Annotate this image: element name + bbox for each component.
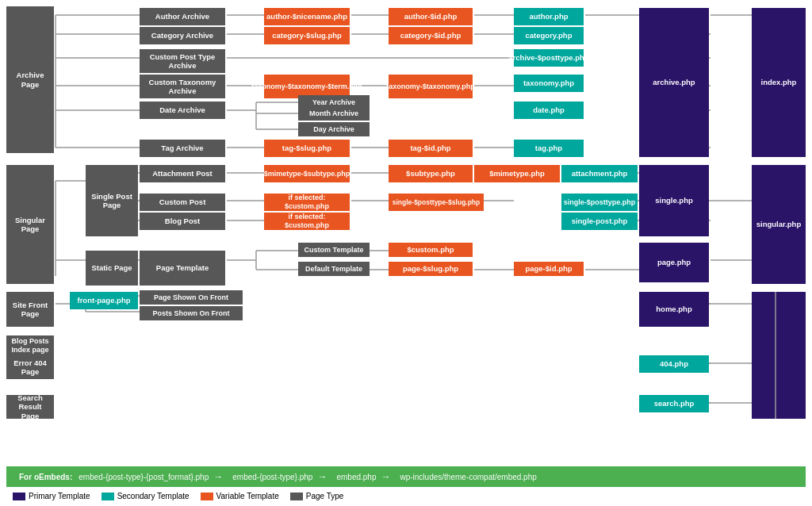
front-page-php: front-page.php [70,292,138,309]
page-id: page-$id.php [514,262,584,276]
page-php: page.php [639,243,709,282]
author-php: author.php [514,8,584,25]
index-php: index.php [752,8,806,157]
legend-secondary-label: Secondary Template [117,492,190,500]
tag-id: tag-$id.php [389,140,473,157]
legend-page-type: Page Type [290,492,344,500]
archive-page-label: Archive Page [6,6,54,153]
if-selected-custom1: if selected: $custom.php [264,194,350,211]
legend-primary-label: Primary Template [29,492,90,500]
legend-variable-box [201,493,213,500]
index-php-right [752,292,806,419]
default-template: Default Template [298,262,370,276]
legend: Primary Template Secondary Template Vari… [6,487,806,505]
singular-page-label: Singular Page [6,165,54,284]
main-container: Archive Page Author Archive author-$nice… [0,0,812,506]
posts-shown-on-front: Posts Shown On Front [140,306,243,320]
date-php: date.php [514,102,584,119]
embed-arrow-2: → [317,471,327,482]
day-archive: Day Archive [298,122,370,136]
embed-item-1: embed-{post-type}.php [232,473,312,481]
custom-php: $custom.php [389,243,473,257]
tag-archive: Tag Archive [140,140,225,157]
legend-primary-box [13,493,25,500]
legend-page-type-label: Page Type [306,492,344,500]
mimetype-subtype: $mimetype-$subtype.php [264,165,350,182]
search-result-page: Search Result Page [6,395,54,419]
single-post-php: single-post.php [561,213,638,230]
custom-taxonomy-archive: Custom Taxonomy Archive [140,75,225,98]
author-nicename: author-$nicename.php [264,8,350,25]
attachment-php: attachment.php [561,165,638,182]
embed-label: For oEmbeds: [19,473,72,481]
custom-post-type-archive: Custom Post Type Archive [140,49,225,73]
author-archive: Author Archive [140,8,225,25]
date-archive: Date Archive [140,102,225,119]
author-id: author-$id.php [389,8,473,25]
taxonomy-taxonomy: taxonomy-$taxonomy.php [389,75,473,98]
page-slug: page-$slug.php [389,262,473,276]
taxonomy-php: taxonomy.php [514,75,584,92]
blog-posts-index: Blog Posts Index page [6,335,54,356]
category-php: category.php [514,27,584,44]
legend-variable-label: Variable Template [216,492,279,500]
blog-post: Blog Post [140,213,225,230]
subtype-php: $subtype.php [389,165,473,182]
legend-variable: Variable Template [201,492,279,500]
if-selected-custom2: if selected: $custom.php [264,213,350,230]
home-php: home.php [639,292,709,327]
e404-php: 404.php [639,355,709,373]
embed-bar: For oEmbeds: embed-{post-type}-{post_for… [6,466,806,487]
archive-posttype: archive-$posttype.php [514,49,584,67]
embed-item-2: embed.php [336,473,376,481]
site-front-page: Site Front Page [6,292,54,327]
category-archive: Category Archive [140,27,225,44]
category-slug: category-$slug.php [264,27,350,44]
archive-php: archive.php [639,8,709,157]
legend-primary: Primary Template [13,492,90,500]
embed-arrow-1: → [213,471,223,482]
category-id: category-$id.php [389,27,473,44]
legend-secondary-box [102,493,114,500]
search-php: search.php [639,395,709,412]
attachment-post: Attachment Post [140,165,225,182]
tag-slug: tag-$slug.php [264,140,350,157]
legend-secondary: Secondary Template [102,492,190,500]
month-archive: Month Archive [298,106,370,121]
embed-arrow-3: → [381,471,390,482]
diagram: Archive Page Author Archive author-$nice… [6,6,806,458]
tag-php: tag.php [514,140,584,157]
page-template: Page Template [140,251,225,286]
mimetype-php: $mimetype.php [474,165,560,182]
single-posttype: single-$posttype.php [561,194,638,211]
embed-item-0: embed-{post-type}-{post_format}.php [79,473,209,481]
legend-page-type-box [290,493,303,500]
single-posttype-slug: single-$posttype-$slug.php [389,194,484,211]
single-php: single.php [639,165,709,236]
custom-post: Custom Post [140,194,225,211]
embed-item-3: wp-includes/theme-compat/embed.php [400,473,536,481]
static-page: Static Page [86,251,138,286]
error-404-page: Error 404 Page [6,355,54,379]
single-post-page: Single Post Page [86,165,138,236]
custom-template: Custom Template [298,243,370,257]
page-shown-on-front: Page Shown On Front [140,290,243,305]
